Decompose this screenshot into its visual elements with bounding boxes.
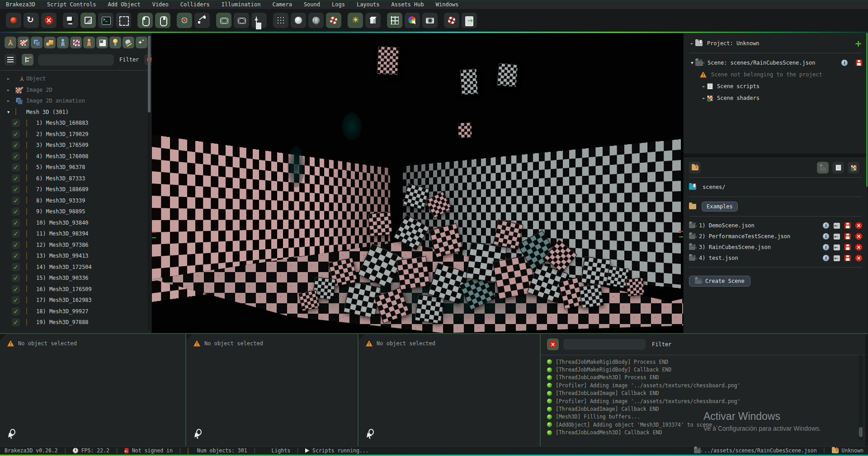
visibility-checkbox[interactable] <box>12 274 20 282</box>
menu-add-object[interactable]: Add Object <box>102 0 146 9</box>
mouse-right-button[interactable] <box>155 13 170 28</box>
add-spotlight-button[interactable] <box>123 37 134 48</box>
tree-item-mesh[interactable]: 5) Mesh3D_96378 <box>0 162 151 173</box>
create-scene-button[interactable]: Create Scene <box>689 276 750 287</box>
menu-brakeza3d[interactable]: Brakeza3D <box>0 0 41 9</box>
signin-status[interactable]: Not signed in <box>124 447 173 454</box>
visibility-checkbox[interactable] <box>12 285 20 293</box>
tree-group-object[interactable]: ► Y Object <box>0 73 151 85</box>
load-scene-icon[interactable] <box>834 255 840 261</box>
orbit-button[interactable] <box>234 13 249 28</box>
visibility-checkbox[interactable] <box>12 307 20 315</box>
save-scene-icon[interactable] <box>844 244 851 250</box>
add-hud-button[interactable] <box>96 37 108 48</box>
visibility-checkbox[interactable] <box>12 185 20 193</box>
examples-folder-button[interactable]: Examples <box>702 202 738 212</box>
log-scrollbar[interactable] <box>859 355 863 441</box>
add-project-button[interactable]: + <box>854 39 862 48</box>
menu-camera[interactable]: Camera <box>267 0 298 9</box>
menu-illumination[interactable]: Illumination <box>216 0 267 9</box>
tree-group-image2d[interactable]: ► Image 2D <box>0 85 151 96</box>
info-icon[interactable] <box>823 222 829 229</box>
grid-button[interactable] <box>387 13 402 28</box>
inspect-cursor-icon[interactable] <box>7 429 15 439</box>
delete-scene-icon[interactable] <box>855 233 862 240</box>
reload-button[interactable] <box>24 13 39 28</box>
add-image2d-button[interactable] <box>18 37 29 48</box>
viewport-3d[interactable] <box>152 33 683 333</box>
target-button[interactable] <box>444 13 459 28</box>
visibility-checkbox[interactable] <box>12 130 20 138</box>
visibility-checkbox[interactable] <box>12 152 20 160</box>
exit-button[interactable] <box>462 13 477 28</box>
tree-item-mesh[interactable]: 16) Mesh3D_176509 <box>0 284 151 295</box>
menu-script-controls[interactable]: Script Controls <box>41 0 102 9</box>
load-scene-icon[interactable] <box>834 234 840 240</box>
save-scene-icon[interactable] <box>856 60 862 66</box>
chevron-down-icon[interactable]: ▼ <box>7 110 13 114</box>
physics-search-button[interactable] <box>216 13 231 28</box>
visibility-checkbox[interactable] <box>12 296 20 304</box>
tree-item-mesh[interactable]: 12) Mesh3D_97386 <box>0 240 151 251</box>
record-button[interactable] <box>6 13 21 28</box>
save-scene-icon[interactable] <box>844 233 851 240</box>
visibility-checkbox[interactable] <box>12 207 20 216</box>
selection-button[interactable] <box>116 13 131 28</box>
tree-item-mesh[interactable]: 14) Mesh3D_172504 <box>0 262 151 273</box>
add-sprite-button[interactable] <box>70 37 82 48</box>
add-light-button[interactable] <box>109 37 121 48</box>
visibility-checkbox[interactable] <box>12 141 20 149</box>
tree-item-mesh[interactable]: 3) Mesh3D_176509 <box>0 140 151 151</box>
load-scene-icon[interactable] <box>834 244 840 250</box>
visibility-checkbox[interactable] <box>12 119 20 127</box>
browser-folder-button[interactable] <box>689 162 701 174</box>
info-icon[interactable] <box>823 255 829 261</box>
delete-scene-icon[interactable] <box>855 222 862 229</box>
browser-scripts-tab[interactable] <box>832 162 844 174</box>
visibility-checkbox[interactable] <box>12 241 20 249</box>
chevron-right-icon[interactable]: ► <box>701 84 707 89</box>
info-icon[interactable] <box>823 233 829 240</box>
chevron-right-icon[interactable]: ► <box>7 88 13 92</box>
menu-video[interactable]: Video <box>146 0 175 9</box>
scene-scripts-row[interactable]: ► Scene scripts <box>689 80 862 92</box>
project-row[interactable]: ► Project: Unknown + <box>689 38 862 49</box>
scene-row[interactable]: ▼ Scene: scenes/RainCubesScene.json <box>689 57 862 69</box>
inspect-cursor-icon[interactable] <box>366 429 374 439</box>
globe-button[interactable] <box>308 13 324 28</box>
menu-assets-hub[interactable]: Assets Hub <box>385 0 429 9</box>
lifebuoy-button[interactable] <box>326 13 341 28</box>
add-image2d-animation-button[interactable] <box>31 37 42 48</box>
chevron-right-icon[interactable]: ► <box>701 96 707 100</box>
vortex-button[interactable] <box>177 13 192 28</box>
scene-file-row[interactable]: 2) PerformanceTestScene.json <box>689 231 862 242</box>
stop-button[interactable] <box>41 13 57 28</box>
log-filter-input[interactable] <box>563 339 646 350</box>
tree-item-mesh[interactable]: 17) Mesh3D_162983 <box>0 295 151 306</box>
tree-item-mesh[interactable]: 19) Mesh3D_97888 <box>0 317 151 328</box>
add-mesh3d-button[interactable] <box>44 37 56 48</box>
tree-group-image2d-animation[interactable]: ► Image 2D animation <box>0 95 151 107</box>
visibility-checkbox[interactable] <box>12 263 20 271</box>
scrollbar-thumb[interactable] <box>859 427 863 437</box>
browser-scenes-tab[interactable] <box>817 162 829 174</box>
visibility-checkbox[interactable] <box>12 318 20 326</box>
scene-shaders-row[interactable]: ► Scene shaders <box>689 92 862 104</box>
visibility-checkbox[interactable] <box>12 163 20 171</box>
visibility-checkbox[interactable] <box>12 219 20 227</box>
tree-item-mesh[interactable]: 18) Mesh3D_99927 <box>0 306 151 317</box>
panel-splitter[interactable] <box>684 154 868 158</box>
tree-view-button[interactable] <box>22 54 33 66</box>
display-button[interactable] <box>63 13 78 28</box>
info-icon[interactable] <box>841 60 848 66</box>
tree-item-mesh[interactable]: 1) Mesh3D_160883 <box>0 118 151 129</box>
tree-filter-input[interactable] <box>38 54 114 66</box>
add-particles-button[interactable] <box>136 37 147 48</box>
list-view-button[interactable] <box>5 54 16 66</box>
console-button[interactable] <box>98 13 113 28</box>
menu-windows[interactable]: Windows <box>430 0 465 9</box>
scene-file-row[interactable]: 4) test.json <box>689 253 862 263</box>
visibility-checkbox[interactable] <box>12 197 20 205</box>
menu-colliders[interactable]: Colliders <box>175 0 216 9</box>
tree-item-mesh[interactable]: 2) Mesh3D_179029 <box>0 129 151 140</box>
